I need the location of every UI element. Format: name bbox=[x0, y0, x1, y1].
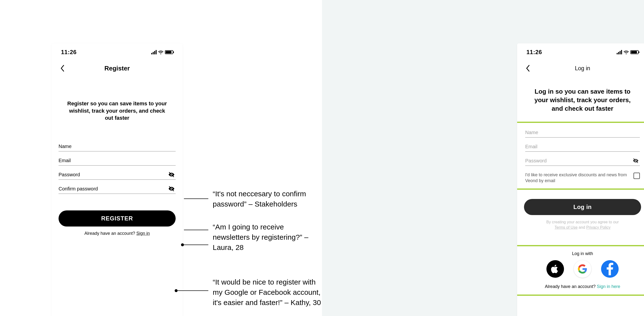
status-time: 11:26 bbox=[526, 49, 542, 56]
navbar: Register bbox=[52, 61, 182, 76]
login-apple-button[interactable] bbox=[546, 260, 564, 278]
annotation-line bbox=[184, 245, 208, 245]
back-button[interactable] bbox=[58, 63, 67, 73]
annotation-dot bbox=[181, 243, 184, 246]
annotation-1: “It's not neccesary to confirm password”… bbox=[213, 189, 322, 209]
confirm-password-field[interactable] bbox=[58, 184, 176, 194]
battery-icon bbox=[630, 50, 639, 54]
register-intro: Register so you can save items to your w… bbox=[58, 100, 176, 122]
sign-in-link[interactable]: Sign in bbox=[136, 231, 150, 236]
login-facebook-button[interactable] bbox=[601, 260, 619, 278]
login-intro: Log in so you can save items to your wis… bbox=[517, 87, 644, 113]
apple-icon bbox=[551, 264, 559, 274]
phone-login: 11:26 Log in Log in so you can save item… bbox=[517, 43, 644, 316]
annotation-line bbox=[184, 230, 208, 230]
name-field[interactable] bbox=[58, 141, 176, 151]
status-icons bbox=[617, 50, 639, 54]
login-with-label: Log in with bbox=[525, 251, 640, 256]
page-title: Register bbox=[104, 65, 130, 72]
toggle-password-visibility[interactable] bbox=[168, 171, 175, 178]
signal-icon bbox=[151, 50, 156, 54]
already-have-account: Already have an account? Sign in here bbox=[525, 284, 640, 289]
wifi-icon bbox=[158, 50, 164, 54]
annotation-3: “It would be nice to register with my Go… bbox=[213, 277, 322, 308]
status-bar: 11:26 bbox=[52, 43, 182, 61]
battery-icon bbox=[165, 50, 173, 54]
newsletter-row: I'd like to receive exclusive discounts … bbox=[525, 172, 640, 184]
back-button[interactable] bbox=[523, 63, 533, 73]
status-bar: 11:26 bbox=[517, 43, 644, 61]
toggle-confirm-password-visibility[interactable] bbox=[168, 186, 175, 192]
newsletter-text: I'd like to receive exclusive discounts … bbox=[525, 172, 629, 184]
password-field[interactable] bbox=[525, 156, 640, 166]
status-time: 11:26 bbox=[61, 49, 76, 56]
eye-off-icon bbox=[168, 171, 175, 178]
password-field[interactable] bbox=[58, 169, 176, 180]
phone-register: 11:26 Register Register so you can save … bbox=[52, 43, 182, 316]
social-buttons bbox=[525, 260, 640, 278]
legal-text: By creating your account you agree to ou… bbox=[524, 219, 641, 230]
sign-in-here-link[interactable]: Sign in here bbox=[597, 284, 620, 289]
email-field[interactable] bbox=[58, 155, 176, 166]
left-panel: 11:26 Register Register so you can save … bbox=[0, 0, 322, 316]
google-icon bbox=[578, 264, 587, 274]
annotation-2: “Am I going to receive newsletters by re… bbox=[213, 222, 322, 253]
newsletter-checkbox[interactable] bbox=[634, 173, 640, 179]
toggle-password-visibility[interactable] bbox=[632, 158, 639, 164]
register-content: Register so you can save items to your w… bbox=[52, 76, 182, 236]
facebook-icon bbox=[606, 263, 614, 275]
email-field[interactable] bbox=[525, 141, 640, 152]
annotation-line bbox=[184, 199, 208, 199]
wifi-icon bbox=[624, 50, 629, 54]
eye-off-icon bbox=[168, 186, 175, 192]
login-google-button[interactable] bbox=[574, 260, 591, 278]
status-icons bbox=[151, 50, 173, 54]
page-title: Log in bbox=[575, 65, 590, 72]
already-have-account: Already have an account? Sign in bbox=[58, 231, 176, 236]
form-highlight: I'd like to receive exclusive discounts … bbox=[517, 122, 644, 190]
eye-off-icon bbox=[633, 158, 639, 164]
signal-icon bbox=[617, 50, 622, 54]
privacy-link[interactable]: Privacy Policy bbox=[586, 225, 610, 229]
annotation-dot bbox=[175, 289, 178, 292]
navbar: Log in bbox=[517, 61, 644, 76]
register-button[interactable]: REGISTER bbox=[58, 210, 176, 227]
login-button[interactable]: Log in bbox=[524, 199, 641, 215]
social-highlight: Log in with Already h bbox=[517, 245, 644, 296]
name-field[interactable] bbox=[525, 127, 640, 138]
annotation-line bbox=[178, 291, 208, 291]
right-panel: 11:26 Log in Log in so you can save item… bbox=[322, 0, 644, 316]
back-icon bbox=[60, 65, 65, 72]
back-icon bbox=[526, 65, 530, 72]
terms-link[interactable]: Terms of Use bbox=[554, 225, 578, 229]
